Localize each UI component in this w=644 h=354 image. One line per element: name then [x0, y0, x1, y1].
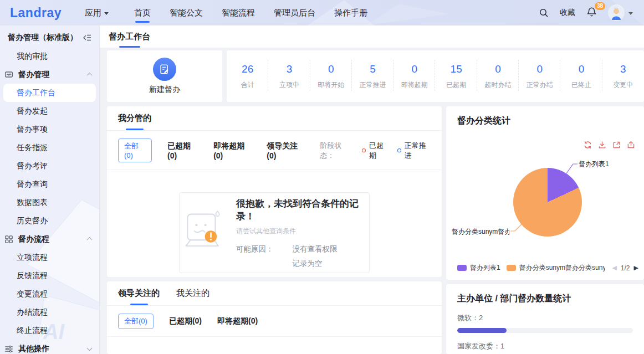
- sidebar-item-change-flow[interactable]: 变更流程: [0, 285, 99, 303]
- new-supervision-icon: [153, 58, 176, 81]
- tab-my-follow[interactable]: 我关注的: [176, 281, 209, 305]
- filter-overdue[interactable]: 已超期(0): [167, 141, 198, 160]
- unit-bar-track: [457, 328, 633, 333]
- panel-unit-stats: 主办单位 / 部门督办数量统计 微软：2 国家发改委：1: [446, 284, 644, 354]
- notifications-button[interactable]: 38: [586, 7, 597, 19]
- legend-item-category[interactable]: 督办分类sunym督办分类sunym督办分类sunym: [507, 263, 606, 273]
- stat-initiating[interactable]: 3立项中: [268, 63, 310, 90]
- sidebar-item-initiate[interactable]: 督办发起: [0, 102, 99, 120]
- stat-on-track[interactable]: 5正常推进: [352, 63, 393, 90]
- filter-leader-follow[interactable]: 领导关注(0): [267, 141, 304, 160]
- empty-doc-icon: [180, 210, 227, 255]
- sidebar-item-query[interactable]: 督办查询: [0, 175, 99, 193]
- tab-my-managed[interactable]: 我分管的: [118, 106, 151, 130]
- app-menu-label: 应用: [85, 8, 101, 18]
- avatar: [608, 4, 625, 21]
- sidebar-item-terminate-flow[interactable]: 终止流程: [0, 321, 99, 340]
- unit-bar-fill: [457, 328, 507, 333]
- filter-all[interactable]: 全部(0): [118, 138, 152, 162]
- sidebar-item-label: 督办管理: [18, 70, 49, 80]
- filter-near-overdue[interactable]: 即将超期(0): [213, 141, 251, 160]
- nav-item-manual[interactable]: 操作手册: [334, 0, 367, 25]
- page-tabbar: 督办工作台: [100, 25, 644, 48]
- favorites-button[interactable]: 收藏: [560, 8, 575, 18]
- stage-legend-on-track: 正常推进: [397, 141, 431, 161]
- sidebar-item-label: 其他操作: [18, 344, 49, 354]
- legend-item-list1[interactable]: 督办列表1: [457, 263, 500, 273]
- legend-next-icon[interactable]: ▶: [634, 264, 638, 271]
- sidebar-item-workbench[interactable]: 督办工作台: [3, 84, 96, 102]
- sliders-icon: [4, 345, 13, 353]
- sidebar-item-evaluation[interactable]: 督办考评: [0, 157, 99, 175]
- legend-page-indicator: 1/2: [621, 264, 630, 272]
- sidebar: AI 督办管理（标准版） 我的审批 督办管理 督办工作台: [0, 25, 100, 354]
- stat-label: 已终止: [560, 80, 602, 90]
- nav-item-admin[interactable]: 管理员后台: [274, 0, 315, 25]
- sidebar-item-matters[interactable]: 督办事项: [0, 120, 99, 138]
- legend-label: 督办分类sunym督办分类sunym督办分类sunym: [519, 263, 606, 273]
- filter-near-overdue[interactable]: 即将超期(0): [217, 316, 258, 326]
- chart-legend: 督办列表1 督办分类sunym督办分类sunym督办分类sunym ◀ 1/2 …: [457, 263, 638, 273]
- app-menu-button[interactable]: 应用: [85, 8, 109, 18]
- collapse-sidebar-icon[interactable]: [83, 33, 91, 42]
- filter-all[interactable]: 全部(0): [118, 314, 154, 329]
- sidebar-item-label: 任务指派: [17, 143, 48, 153]
- sidebar-section-supervision-flow[interactable]: 督办流程: [0, 230, 99, 248]
- sidebar-item-data-charts[interactable]: 数据图表: [0, 193, 99, 212]
- user-menu[interactable]: [608, 4, 633, 21]
- unit-bar-label: 国家发改委：1: [457, 341, 633, 351]
- nav-item-smart-flow[interactable]: 智能流程: [222, 0, 255, 25]
- sidebar-item-task-assign[interactable]: 任务指派: [0, 138, 99, 157]
- sidebar-item-label: 数据图表: [17, 198, 48, 208]
- filter-overdue[interactable]: 已超期(0): [169, 316, 202, 326]
- stat-about-to-start[interactable]: 0即将开始: [310, 63, 352, 90]
- unit-stats-title: 主办单位 / 部门督办数量统计: [446, 284, 644, 305]
- landray-logo[interactable]: Landray: [10, 6, 62, 20]
- legend-swatch: [507, 265, 516, 271]
- sidebar-item-my-approvals[interactable]: 我的审批: [0, 47, 99, 65]
- legend-prev-icon[interactable]: ◀: [612, 264, 616, 271]
- panel-follow: 领导关注的 我关注的 全部(0) 已超期(0) 即将超期(0): [107, 281, 442, 354]
- nav-item-smart-docs[interactable]: 智能公文: [170, 0, 203, 25]
- sidebar-item-project-flow[interactable]: 立项流程: [0, 248, 99, 266]
- sidebar-item-label: 督办发起: [17, 106, 48, 116]
- navbar-decor: [366, 0, 449, 25]
- tab-leader-follow[interactable]: 领导关注的: [118, 281, 160, 305]
- tab-supervision-workbench[interactable]: 督办工作台: [109, 25, 150, 48]
- nav-item-home[interactable]: 首页: [134, 0, 151, 25]
- stat-total[interactable]: 26合计: [227, 63, 268, 90]
- sidebar-section-supervision-mgmt[interactable]: 督办管理: [0, 65, 99, 84]
- sidebar-section-other-ops[interactable]: 其他操作: [0, 340, 99, 354]
- sidebar-item-label: 办结流程: [17, 307, 48, 317]
- stat-value: 3: [268, 63, 310, 75]
- stage-legend-overdue: 已超期: [362, 141, 389, 161]
- stat-near-overdue[interactable]: 0即将超期: [393, 63, 435, 90]
- sidebar-item-history[interactable]: 历史督办: [0, 212, 99, 230]
- stat-normal-closed[interactable]: 0正常办结: [519, 63, 560, 90]
- empty-reason-1: 没有查看权限: [293, 244, 338, 254]
- sidebar-item-feedback-flow[interactable]: 反馈流程: [0, 266, 99, 285]
- sidebar-item-label: 督办流程: [18, 234, 49, 244]
- stage-dot: [397, 148, 401, 152]
- stat-overdue[interactable]: 15已超期: [435, 63, 477, 90]
- stat-value: 0: [519, 63, 560, 75]
- stat-value: 15: [435, 63, 477, 75]
- legend-swatch: [457, 265, 467, 271]
- search-icon[interactable]: [539, 8, 549, 18]
- new-supervision-button[interactable]: 新建督办: [107, 50, 222, 102]
- stat-overtime-closed[interactable]: 0超时办结: [477, 63, 519, 90]
- caret-down-icon: [628, 12, 633, 15]
- sidebar-item-label: 督办工作台: [17, 88, 55, 98]
- legend-label: 督办列表1: [470, 263, 500, 273]
- sidebar-item-label: 立项流程: [17, 253, 48, 263]
- stat-label: 即将开始: [310, 80, 352, 90]
- pie-chart[interactable]: [513, 168, 582, 237]
- pie-callout-list1: 督办列表1: [579, 160, 609, 169]
- stat-changing[interactable]: 3变更中: [602, 63, 644, 90]
- unit-bar-row: 微软：2: [446, 305, 644, 333]
- category-stats-title: 督办分类统计: [446, 106, 644, 127]
- sidebar-item-label: 反馈流程: [17, 271, 48, 281]
- sidebar-item-complete-flow[interactable]: 办结流程: [0, 303, 99, 321]
- empty-reason-2: 记录为空: [293, 259, 338, 269]
- stat-terminated[interactable]: 0已终止: [560, 63, 602, 90]
